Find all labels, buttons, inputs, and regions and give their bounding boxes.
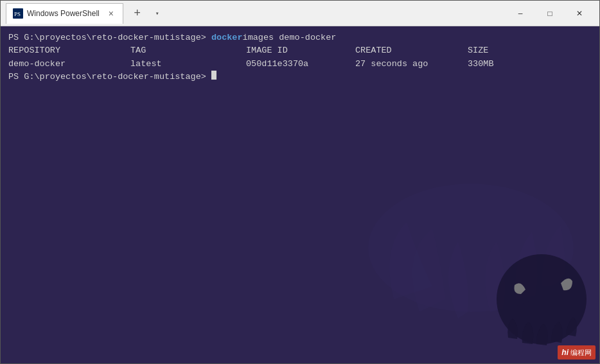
terminal-output: PS G:\proyectos\reto-docker-mutistage> d… bbox=[8, 31, 592, 83]
cell-created: 27 seconds ago bbox=[355, 58, 468, 71]
prompt-2: PS G:\proyectos\reto-docker-mutistage> bbox=[8, 71, 211, 83]
table-row: demo-dockerlatest050d11e3370a27 seconds … bbox=[8, 58, 592, 71]
maximize-button[interactable]: □ bbox=[535, 1, 565, 26]
col-created: CREATED bbox=[355, 44, 468, 57]
close-button[interactable]: ✕ bbox=[565, 1, 594, 26]
powershell-window: PS Windows PowerShell × + ▾ – □ ✕ bbox=[0, 0, 600, 364]
tab-label: Windows PowerShell bbox=[27, 9, 100, 18]
cmd-args: images demo-docker bbox=[243, 31, 337, 44]
svg-point-3 bbox=[497, 254, 587, 344]
titlebar: PS Windows PowerShell × + ▾ – □ ✕ bbox=[1, 1, 599, 26]
tab-dropdown-button[interactable]: ▾ bbox=[150, 4, 164, 22]
watermark-icon: hi bbox=[561, 347, 569, 358]
col-tag: TAG bbox=[130, 44, 246, 57]
active-tab[interactable]: PS Windows PowerShell × bbox=[6, 3, 123, 24]
prompt-1: PS G:\proyectos\reto-docker-mutistage> bbox=[8, 31, 211, 44]
powershell-icon: PS bbox=[13, 8, 23, 19]
col-repository: REPOSITORY bbox=[8, 44, 130, 57]
watermark: hi 编程网 bbox=[558, 345, 596, 360]
cell-tag: latest bbox=[130, 58, 246, 71]
cell-size: 330MB bbox=[468, 58, 494, 71]
minimize-button[interactable]: – bbox=[506, 1, 535, 26]
titlebar-left: PS Windows PowerShell × + ▾ bbox=[6, 3, 506, 24]
watermark-text: 编程网 bbox=[570, 347, 592, 358]
terminal-body[interactable]: PS G:\proyectos\reto-docker-mutistage> d… bbox=[1, 26, 599, 363]
cmd-keyword: docker bbox=[211, 31, 243, 44]
svg-point-2 bbox=[368, 184, 574, 312]
background-decoration bbox=[342, 119, 599, 363]
command-line-2: PS G:\proyectos\reto-docker-mutistage> bbox=[8, 71, 592, 83]
cursor bbox=[211, 71, 216, 80]
cell-image-id: 050d11e3370a bbox=[246, 58, 355, 71]
command-line-1: PS G:\proyectos\reto-docker-mutistage> d… bbox=[8, 31, 592, 44]
svg-text:PS: PS bbox=[14, 11, 21, 17]
new-tab-button[interactable]: + bbox=[128, 4, 146, 22]
col-image-id: IMAGE ID bbox=[246, 44, 355, 57]
tab-close-button[interactable]: × bbox=[106, 8, 116, 19]
window-controls: – □ ✕ bbox=[506, 1, 594, 26]
col-size: SIZE bbox=[468, 44, 488, 57]
table-header: REPOSITORYTAGIMAGE IDCREATEDSIZE bbox=[8, 44, 592, 57]
cell-repo: demo-docker bbox=[8, 58, 130, 71]
